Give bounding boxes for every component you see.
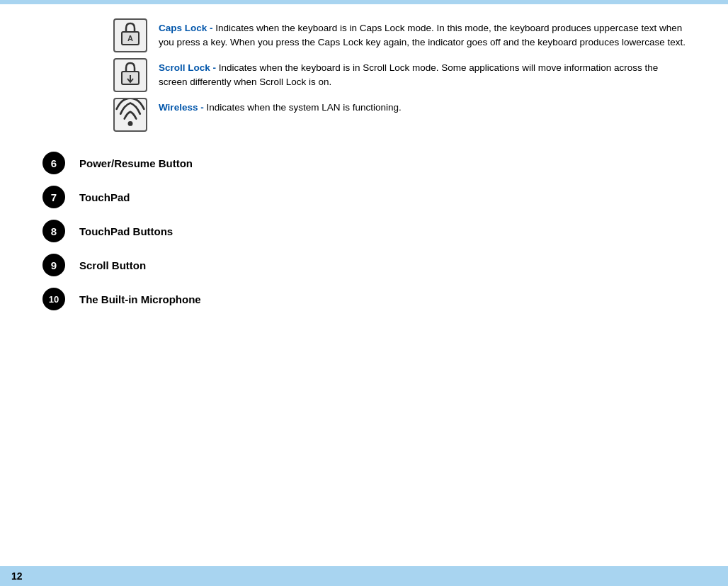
wireless-icon [113, 98, 147, 132]
numbered-row-6: 6 Power/Resume Button [42, 152, 686, 174]
wireless-row: Wireless - Indicates when the system LAN… [113, 98, 686, 132]
numbered-items-list: 6 Power/Resume Button 7 TouchPad 8 Touch… [42, 152, 686, 310]
number-badge-10: 10 [42, 288, 65, 310]
main-content: A Caps Lock - Indicates when the keyboar… [0, 7, 728, 339]
item-label-7: TouchPad [79, 191, 130, 203]
number-badge-6: 6 [42, 152, 65, 174]
scroll-lock-text: Scroll Lock - Indicates when the keyboar… [159, 58, 686, 90]
item-label-6: Power/Resume Button [79, 157, 193, 169]
numbered-row-10: 10 The Built-in Microphone [42, 288, 686, 310]
wireless-text: Wireless - Indicates when the system LAN… [159, 98, 402, 115]
number-badge-7: 7 [42, 186, 65, 208]
scroll-lock-row: Scroll Lock - Indicates when the keyboar… [113, 58, 686, 92]
item-label-9: Scroll Button [79, 259, 146, 271]
number-badge-8: 8 [42, 220, 65, 242]
scroll-lock-label: Scroll Lock - [159, 62, 216, 73]
caps-lock-label: Caps Lock - [159, 23, 213, 33]
scroll-lock-description: Indicates when the keyboard is in Scroll… [159, 62, 658, 87]
item-label-8: TouchPad Buttons [79, 225, 173, 237]
item-label-10: The Built-in Microphone [79, 293, 201, 305]
page-number: 12 [11, 570, 23, 582]
caps-lock-row: A Caps Lock - Indicates when the keyboar… [113, 18, 686, 52]
caps-lock-description: Indicates when the keyboard is in Caps L… [159, 23, 686, 47]
numbered-row-7: 7 TouchPad [42, 186, 686, 208]
svg-point-4 [128, 121, 133, 126]
wireless-description: Indicates when the system LAN is functio… [206, 102, 401, 113]
scroll-lock-icon [113, 58, 147, 92]
indicators-section: A Caps Lock - Indicates when the keyboar… [113, 18, 686, 137]
top-bar [0, 0, 728, 4]
caps-lock-text: Caps Lock - Indicates when the keyboard … [159, 18, 686, 50]
numbered-row-9: 9 Scroll Button [42, 254, 686, 276]
bottom-bar: 12 [0, 566, 728, 586]
numbered-row-8: 8 TouchPad Buttons [42, 220, 686, 242]
caps-lock-icon: A [113, 18, 147, 52]
number-badge-9: 9 [42, 254, 65, 276]
wireless-label: Wireless - [159, 102, 204, 113]
svg-text:A: A [127, 34, 133, 43]
